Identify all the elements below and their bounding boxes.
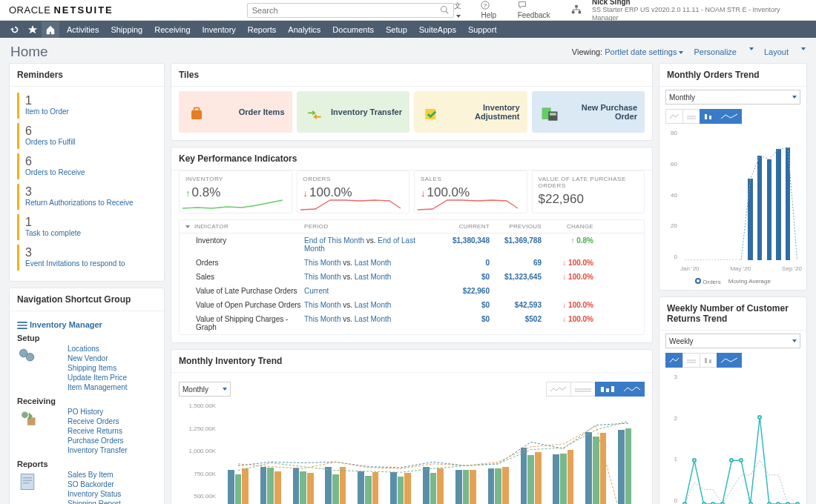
- shortcut-group-icon: [17, 408, 38, 429]
- kpi-table-expand-icon[interactable]: [185, 225, 190, 228]
- global-search[interactable]: [247, 3, 454, 18]
- kpi-portlet: Key Performance Indicators INVENTORY0.8%…: [171, 147, 653, 343]
- kpi-card[interactable]: VALUE OF LATE PURCHASE ORDERS$22,960: [532, 170, 645, 213]
- weekly-returns-title: Weekly Number of Customer Returns Trend: [659, 297, 806, 331]
- nav-home-icon[interactable]: [42, 21, 59, 38]
- feedback-link[interactable]: Feedback: [518, 1, 561, 19]
- kpi-card[interactable]: ORDERS100.0%: [297, 170, 410, 213]
- nav-item[interactable]: Inventory: [203, 25, 236, 34]
- personalize-link[interactable]: Personalize: [694, 47, 736, 56]
- tile[interactable]: New Purchase Order: [532, 91, 645, 133]
- orders-v1-icon[interactable]: [665, 109, 683, 124]
- nav-item[interactable]: Documents: [332, 25, 374, 34]
- returns-v4-icon[interactable]: [717, 353, 742, 368]
- reminder-item[interactable]: 1Item to Order: [17, 93, 157, 119]
- trend-view1-icon[interactable]: [546, 382, 571, 397]
- shortcut-link[interactable]: Shipping Report: [68, 499, 157, 504]
- language-icon[interactable]: 文: [454, 0, 471, 20]
- layout-link[interactable]: Layout: [764, 47, 789, 56]
- trend-view4-icon[interactable]: [619, 382, 645, 397]
- hierarchy-icon[interactable]: [571, 4, 582, 16]
- shortcut-link[interactable]: Inventory Status: [68, 489, 157, 499]
- shortcut-manager-link[interactable]: Inventory Manager: [17, 320, 157, 329]
- svg-text:文: 文: [454, 1, 461, 10]
- nav-item[interactable]: Activities: [67, 25, 99, 34]
- search-icon[interactable]: [440, 5, 449, 16]
- shortcut-link[interactable]: Shipping Items: [68, 363, 128, 373]
- nav-star-icon[interactable]: [24, 21, 42, 38]
- shortcut-link[interactable]: Update Item Price: [68, 373, 128, 382]
- orders-v3-icon[interactable]: [700, 109, 717, 124]
- orders-v2-icon[interactable]: [682, 109, 700, 124]
- shortcut-link[interactable]: Receive Orders: [68, 417, 128, 426]
- tile-icon: [186, 104, 207, 125]
- tile-icon: [421, 104, 442, 125]
- monthly-orders-select[interactable]: Monthly: [665, 90, 800, 105]
- tile[interactable]: Inventory Adjustment: [414, 91, 527, 133]
- kpi-card[interactable]: INVENTORY0.8%: [179, 170, 292, 213]
- trend-view2-icon[interactable]: [570, 382, 596, 397]
- tiles-title: Tiles: [171, 64, 652, 87]
- svg-rect-5: [575, 4, 578, 7]
- shortcuts-portlet: Navigation Shortcut Group Inventory Mana…: [9, 288, 165, 504]
- svg-rect-24: [705, 114, 707, 119]
- main-nav: ActivitiesShippingReceivingInventoryRepo…: [0, 21, 816, 38]
- nav-item[interactable]: Support: [468, 25, 497, 34]
- tile[interactable]: Inventory Transfer: [297, 91, 410, 133]
- tiles-portlet: Tiles Order ItemsInventory TransferInven…: [171, 63, 653, 141]
- monthly-trend-select[interactable]: Monthly: [179, 382, 231, 397]
- nav-item[interactable]: Analytics: [288, 25, 320, 34]
- search-input[interactable]: [252, 6, 440, 15]
- page-title: Home: [10, 44, 48, 60]
- shortcut-link[interactable]: Item Management: [68, 382, 128, 392]
- viewing-settings-link[interactable]: Viewing: Portlet date settings: [572, 47, 684, 56]
- shortcut-link[interactable]: Purchase Orders: [68, 436, 128, 445]
- tile[interactable]: Order Items: [179, 91, 292, 133]
- shortcut-link[interactable]: Receive Returns: [68, 426, 128, 436]
- svg-rect-23: [611, 386, 614, 392]
- help-link[interactable]: ? Help: [481, 1, 507, 19]
- reminder-item[interactable]: 6Orders to Fulfill: [17, 123, 157, 149]
- nav-item[interactable]: Setup: [386, 25, 407, 34]
- svg-rect-27: [709, 359, 711, 363]
- reminder-item[interactable]: 6Orders to Receive: [17, 153, 157, 179]
- svg-rect-20: [550, 113, 556, 116]
- user-menu[interactable]: Nick Singh SS Starter ERP US v2020.2.0 1…: [592, 0, 807, 22]
- shortcut-link[interactable]: Locations: [68, 344, 128, 354]
- trend-view3-icon[interactable]: [595, 382, 620, 397]
- shortcut-link[interactable]: Inventory Transfer: [68, 445, 128, 455]
- page-header: Home Viewing: Portlet date settings Pers…: [0, 38, 816, 63]
- top-bar: ORACLE NETSUITE 文 ? Help Feedback Nick S…: [0, 0, 816, 21]
- kpi-title: Key Performance Indicators: [171, 147, 652, 170]
- nav-item[interactable]: Shipping: [111, 25, 142, 34]
- reminder-item[interactable]: 3Return Authorizations to Receive: [17, 184, 157, 210]
- nav-item[interactable]: SuiteApps: [419, 25, 456, 34]
- returns-v2-icon[interactable]: [682, 353, 700, 368]
- svg-rect-12: [21, 474, 34, 490]
- nav-item[interactable]: Receiving: [154, 25, 190, 34]
- brand-logo: ORACLE NETSUITE: [9, 4, 113, 16]
- weekly-returns-select[interactable]: Weekly: [665, 334, 800, 348]
- shortcut-link[interactable]: PO History: [68, 407, 128, 417]
- monthly-orders-chart: 806040200 Jan '20May '20Sep '20: [659, 128, 806, 276]
- reminder-item[interactable]: 3Event Invitations to respond to: [17, 245, 157, 271]
- brand-netsuite: NETSUITE: [53, 4, 113, 16]
- kpi-table-row: InventoryEnd of This Month vs. End of La…: [180, 233, 644, 256]
- shortcut-link[interactable]: SO Backorder: [68, 480, 157, 489]
- orders-v4-icon[interactable]: [717, 109, 742, 124]
- svg-point-10: [22, 411, 28, 418]
- monthly-trend-portlet: Monthly Inventory Trend Monthly 1,500.00…: [171, 349, 653, 504]
- shortcut-group-icon: [17, 471, 38, 492]
- svg-text:?: ?: [484, 2, 487, 9]
- returns-v1-icon[interactable]: [665, 353, 683, 368]
- returns-v3-icon[interactable]: [700, 353, 717, 368]
- shortcut-link[interactable]: Sales By Item: [68, 470, 157, 480]
- nav-history-icon[interactable]: [6, 21, 24, 38]
- reminder-item[interactable]: 1Task to complete: [17, 214, 157, 240]
- kpi-card[interactable]: SALES100.0%: [414, 170, 527, 213]
- shortcuts-title: Navigation Shortcut Group: [10, 288, 164, 311]
- nav-item[interactable]: Reports: [248, 25, 277, 34]
- monthly-inventory-chart: 1,500.00K1,250.00K1,000.00K750.00K500.00…: [171, 401, 652, 504]
- shortcut-link[interactable]: New Vendor: [68, 354, 128, 363]
- reminders-portlet: Reminders 1Item to Order6Orders to Fulfi…: [9, 63, 165, 282]
